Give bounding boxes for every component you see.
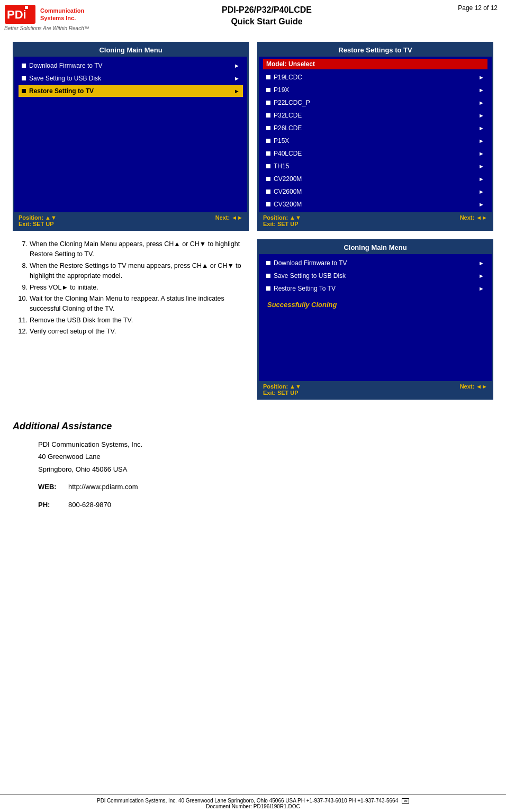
arrow-icon: ► <box>234 75 240 82</box>
model-p22lcdc: P22LCDC_P ► <box>263 97 487 109</box>
model-p26lcde: P26LCDE ► <box>263 122 487 134</box>
pdi-logo-svg: PDi <box>5 5 35 24</box>
instruction-7: 7. When the Cloning Main Menu appears, p… <box>13 239 249 260</box>
model-p15x: P15X ► <box>263 135 487 147</box>
svg-text:PDi: PDi <box>7 8 26 21</box>
list-num: 11. <box>13 315 28 326</box>
arrow-icon: ► <box>478 112 484 119</box>
cloning-menu2-area: Cloning Main Menu Download Firmware to T… <box>257 239 493 400</box>
arrow-icon: ► <box>234 62 240 69</box>
bullet-icon <box>266 101 270 105</box>
list-num: 9. <box>13 283 28 293</box>
header-title: PDI-P26/P32/P40LCDE Quick Start Guide <box>100 4 434 28</box>
bullet-icon <box>266 139 270 143</box>
bullet-icon <box>266 113 270 118</box>
cloning-menu2-screen: Cloning Main Menu Download Firmware to T… <box>257 239 493 400</box>
model-label: P19X <box>274 86 289 94</box>
footer-left: Position: ▲▼ Exit: SET UP <box>263 214 301 227</box>
model-label: P19LCDC <box>274 74 302 81</box>
menu2-item-save: Save Setting to USB Disk ► <box>263 270 487 282</box>
page-header: PDi Communication Systems Inc. Better So… <box>0 0 506 33</box>
arrow-icon: ► <box>478 74 484 80</box>
list-num: 10. <box>13 294 28 314</box>
model-cv2600m: CV2600M ► <box>263 186 487 197</box>
menu-item-save: Save Setting to USB Disk ► <box>19 73 243 84</box>
arrow-icon: ► <box>478 150 484 157</box>
arrow-icon: ► <box>478 100 484 106</box>
bullet-icon <box>266 261 270 265</box>
page-number: Page 12 of 12 <box>434 4 498 12</box>
address-line1: PDI Communication Systems, Inc. <box>38 438 493 450</box>
footer-right: Next: ◄► <box>215 214 243 227</box>
cloning-menu-footer: Position: ▲▼ Exit: SET UP Next: ◄► <box>14 212 247 229</box>
page-footer: PDi Communication Systems, Inc. 40 Green… <box>0 795 506 812</box>
next-label: Next: ◄► <box>460 383 487 390</box>
menu-item-label: Download Firmware to TV <box>29 62 103 69</box>
spacer <box>19 98 243 209</box>
bullet-icon <box>266 75 270 79</box>
bullet-icon <box>266 88 270 92</box>
model-label: TH15 <box>274 163 289 170</box>
envelope-icon: ✉ <box>402 798 409 804</box>
footer-left: Position: ▲▼ Exit: SET UP <box>19 214 57 227</box>
bullet-icon <box>22 64 26 68</box>
arrow-icon: ► <box>478 138 484 144</box>
address-line2: 40 Greenwood Lane <box>38 450 493 463</box>
position-label: Position: ▲▼ <box>263 214 301 221</box>
next-label: Next: ◄► <box>215 214 243 221</box>
bullet-icon <box>266 164 270 168</box>
menu-item-restore: Restore Setting to TV ► <box>19 85 243 97</box>
model-p19x: P19X ► <box>263 84 487 96</box>
ph-line: PH: 800-628-9870 <box>38 499 493 511</box>
web-line: WEB: http://www.pdiarm.com <box>38 481 493 493</box>
cloning-main-menu-screen: Cloning Main Menu Download Firmware to T… <box>13 42 249 231</box>
arrow-icon: ► <box>478 201 484 207</box>
exit-label: Exit: SET UP <box>263 221 299 227</box>
model-p19lcdc: P19LCDC ► <box>263 71 487 83</box>
pdi-logo: PDi <box>4 4 36 24</box>
instruction-12: 12. Verify correct setup of the TV. <box>13 327 249 337</box>
footer-text1: PDi Communication Systems, Inc. 40 Green… <box>97 798 398 804</box>
model-label: P32LCDE <box>274 112 302 119</box>
footer-left: Position: ▲▼ Exit: SET UP <box>263 383 301 396</box>
footer-right: Next: ◄► <box>460 214 487 227</box>
list-num: 7. <box>13 239 28 260</box>
screenshots-row-top: Cloning Main Menu Download Firmware to T… <box>0 33 506 235</box>
menu-item-label: Download Firmware to TV <box>274 259 347 267</box>
bullet-icon <box>22 76 26 80</box>
cloning-menu2-footer: Position: ▲▼ Exit: SET UP Next: ◄► <box>259 381 492 398</box>
list-text: When the Cloning Main Menu appears, pres… <box>30 239 249 260</box>
restore-settings-screen: Restore Settings to TV Model: Unselect P… <box>257 42 493 231</box>
bullet-icon <box>266 151 270 156</box>
menu-item-label: Save Setting to USB Disk <box>274 272 346 279</box>
next-label: Next: ◄► <box>460 214 487 221</box>
restore-body: Model: Unselect P19LCDC ► P19X ► P22LCDC… <box>259 57 492 212</box>
cloning-menu2-title: Cloning Main Menu <box>259 241 492 254</box>
instruction-8: 8. When the Restore Settings to TV menu … <box>13 261 249 282</box>
instructions-list: 7. When the Cloning Main Menu appears, p… <box>13 239 249 337</box>
list-text: Remove the USB Disk from the TV. <box>30 315 133 326</box>
model-label: CV3200M <box>274 201 302 208</box>
footer-line2: Document Number: PD196I190R1.DOC <box>8 804 498 809</box>
list-num: 8. <box>13 261 28 282</box>
arrow-icon: ► <box>478 125 484 131</box>
footer-right: Next: ◄► <box>460 383 487 396</box>
model-label: P40LCDE <box>274 150 302 157</box>
model-label: P26LCDE <box>274 124 302 132</box>
svg-rect-2 <box>25 6 28 9</box>
menu-item-label: Save Setting to USB Disk <box>29 75 101 82</box>
ph-label: PH: <box>38 499 62 511</box>
menu2-item-download: Download Firmware to TV ► <box>263 257 487 269</box>
bullet-icon <box>266 190 270 194</box>
position-label: Position: ▲▼ <box>263 383 301 390</box>
arrow-icon: ► <box>478 163 484 169</box>
list-text: Verify correct setup of the TV. <box>30 327 116 337</box>
menu2-item-restore: Restore Setting To TV ► <box>263 283 487 294</box>
exit-label: Exit: SET UP <box>263 390 299 396</box>
model-label: CV2600M <box>274 188 302 195</box>
model-p32lcde: P32LCDE ► <box>263 110 487 121</box>
cloning-menu-title: Cloning Main Menu <box>14 43 247 57</box>
model-label: P15X <box>274 137 289 145</box>
logo-text-area: Communication Systems Inc. <box>40 7 84 22</box>
logo-box: PDi Communication Systems Inc. <box>4 4 100 24</box>
